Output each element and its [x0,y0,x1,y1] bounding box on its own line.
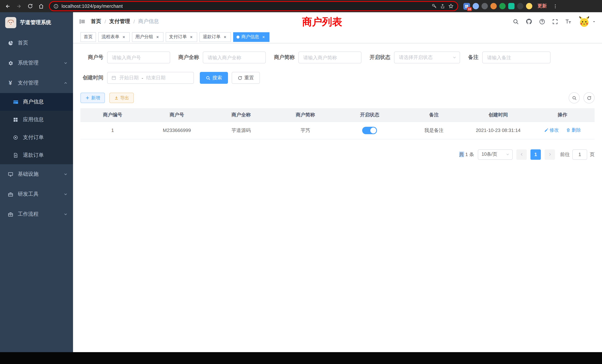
extension-icon[interactable] [526,3,532,9]
app-window: 芋道管理系统 首页 系统管理 ¥ 支付管理 [0,12,602,352]
navbar-right-tools [513,16,596,27]
calendar-icon [111,75,116,80]
page-size-value: 10条/页 [482,151,497,158]
bookmark-star-icon[interactable] [448,3,454,9]
sidebar-item-pay-order[interactable]: 支付订单 [0,129,73,146]
show-search-toggle-button[interactable] [569,92,580,103]
merchant-full-name-input[interactable] [203,52,266,63]
filter-row-2: 创建时间 开始日期 - 结束日期 搜索 [80,72,595,84]
extension-icon[interactable] [482,3,488,9]
chevron-up-icon [63,81,68,85]
page-number-button[interactable]: 1 [530,149,541,160]
sidebar-item-refund-order[interactable]: 退款订单 [0,146,73,164]
tab-label: 退款订单 [203,34,221,40]
password-key-icon[interactable] [431,3,437,9]
extension-icon[interactable] [517,3,523,9]
reset-button-label: 重置 [244,75,254,81]
sidebar-item-payment[interactable]: ¥ 支付管理 [0,73,73,93]
tab-merchant-info[interactable]: 商户信息 × [233,32,269,42]
reset-button[interactable]: 重置 [232,72,260,84]
close-icon[interactable]: × [261,34,266,40]
add-button[interactable]: 新增 [80,93,105,103]
tab-user-group[interactable]: 用户分组 × [132,32,163,42]
tab-pay-order[interactable]: 支付订单 × [166,32,197,42]
sidebar-item-label: 商户信息 [23,99,68,105]
close-icon[interactable]: × [222,34,228,40]
address-bar[interactable]: localhost:1024/pay/merchant [49,1,458,11]
page-size-select[interactable]: 10条/页 [478,149,513,160]
back-button[interactable] [3,1,13,11]
target-icon [13,135,19,140]
refresh-table-button[interactable] [583,92,595,103]
url-text[interactable]: localhost:1024/pay/merchant [62,3,123,9]
screen: localhost:1024/pay/merchant 10 [0,0,602,364]
status-toggle[interactable] [362,127,377,134]
site-info-icon[interactable] [53,3,59,9]
search-button-label: 搜索 [212,75,222,81]
sidebar-item-system[interactable]: 系统管理 [0,53,73,73]
top-navbar: 首页 / 支付管理 / 商户信息 商户列表 [73,12,602,31]
next-page-button[interactable] [545,149,555,160]
forward-button[interactable] [14,1,24,11]
breadcrumb-payment[interactable]: 支付管理 [109,18,130,25]
extension-icon[interactable] [473,3,479,9]
filter-status: 开启状态 请选择开启状态 [370,52,460,63]
fullscreen-icon[interactable] [552,18,558,25]
remark-input[interactable] [482,52,550,63]
header-actions: 操作 [530,108,595,122]
goto-page-input[interactable] [572,149,587,160]
close-icon[interactable]: × [155,34,160,40]
sidebar-collapse-icon[interactable] [79,18,86,25]
tab-process-form[interactable]: 流程表单 × [98,32,130,42]
reload-button[interactable] [25,1,35,11]
sidebar-item-home[interactable]: 首页 [0,33,73,53]
search-button[interactable]: 搜索 [200,72,228,84]
field-label: 商户号 [80,54,103,61]
status-select[interactable]: 请选择开启状态 [394,52,460,63]
app-logo[interactable]: 芋道管理系统 [0,12,73,33]
payment-submenu: 商户信息 应用信息 支付订单 [0,93,73,164]
home-button[interactable] [36,1,46,11]
sidebar: 芋道管理系统 首页 系统管理 ¥ 支付管理 [0,12,73,352]
share-icon[interactable] [440,3,445,9]
extensions-icon[interactable]: 10 [463,3,470,10]
user-menu[interactable] [578,16,596,27]
breadcrumb-separator: / [105,19,106,24]
sidebar-item-infrastructure[interactable]: 基础设施 [0,164,73,184]
extension-icon[interactable] [508,3,515,9]
refresh-icon [587,96,591,100]
tab-refund-order[interactable]: 退款订单 × [199,32,231,42]
close-icon[interactable]: × [121,34,126,40]
merchant-no-input[interactable] [107,52,170,63]
extension-icon[interactable] [499,3,506,9]
sidebar-item-workflow[interactable]: 工作流程 [0,204,73,224]
field-label: 开启状态 [370,54,390,61]
date-range-picker[interactable]: 开始日期 - 结束日期 [107,72,194,84]
delete-link[interactable]: 删除 [566,127,581,133]
refresh-icon [238,75,242,80]
sidebar-item-merchant-info[interactable]: 商户信息 [0,93,73,111]
github-icon[interactable] [526,18,532,25]
prev-page-button[interactable] [516,149,527,160]
sidebar-item-dev-tools[interactable]: 研发工具 [0,184,73,204]
export-button[interactable]: 导出 [109,93,134,103]
browser-update-button[interactable]: 更新 [538,3,547,9]
search-icon[interactable] [513,18,519,25]
browser-menu-icon[interactable] [550,1,560,11]
sidebar-item-label: 系统管理 [18,60,59,66]
font-size-icon[interactable] [565,18,572,25]
toolbox-icon [7,191,13,197]
filter-merchant-full-name: 商户全称 [178,52,266,63]
cell-full-name: 芋道源码 [209,122,273,139]
tab-home[interactable]: 首页 [80,32,96,42]
edit-link[interactable]: 修改 [544,127,559,133]
merchant-short-name-input[interactable] [298,52,361,63]
extension-icon[interactable] [490,3,497,9]
sidebar-item-app-info[interactable]: 应用信息 [0,111,73,129]
merchant-table: 商户编号 商户号 商户全称 商户简称 开启状态 备注 创建时间 操作 1 [80,108,595,139]
help-icon[interactable] [539,18,545,25]
breadcrumb-home[interactable]: 首页 [91,18,101,25]
table-toolbar: 新增 导出 [80,92,595,103]
sidebar-item-label: 工作流程 [18,211,59,218]
close-icon[interactable]: × [189,34,194,40]
